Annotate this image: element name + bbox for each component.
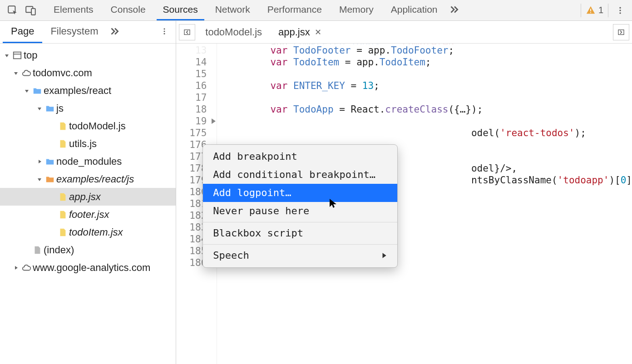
toolbar-right-group: 1 [581,4,628,17]
tree-row[interactable]: todoModel.js [0,117,176,135]
svg-point-7 [619,12,621,14]
menu-item-label: Add breakpoint [213,151,297,162]
tab-console[interactable]: Console [104,0,152,20]
line-number[interactable]: 16 [176,80,217,92]
line-number[interactable]: 15 [176,68,217,80]
close-tab-icon[interactable]: ✕ [315,27,321,37]
svg-point-10 [164,33,165,34]
warning-badge[interactable]: 1 [581,4,608,17]
tree-row[interactable]: examples/react/js [0,170,176,188]
tree-row[interactable]: top [0,46,176,64]
tree-row[interactable]: todoItem.jsx [0,223,176,241]
tree-label: examples/react [44,85,111,97]
code-line[interactable] [224,115,632,127]
context-menu-item[interactable]: Blackbox script [203,224,397,242]
tree-label: js [56,103,64,114]
code-line[interactable] [224,68,632,80]
tree-row[interactable]: app.jsx [0,188,176,206]
navigator-tabs: Page Filesystem [0,21,176,44]
svg-rect-4 [590,12,591,13]
file-tab-label: todoModel.js [205,26,262,38]
file-tab-app[interactable]: app.jsx ✕ [272,21,328,43]
context-menu-item[interactable]: Add conditional breakpoint… [203,166,397,184]
navigator-tab-page[interactable]: Page [3,21,42,43]
line-number[interactable]: 14 [176,56,217,68]
gutter-context-menu: Add breakpointAdd conditional breakpoint… [202,144,398,268]
navigator-more-tabs-icon[interactable] [109,25,120,39]
tab-network[interactable]: Network [209,0,257,20]
context-menu-item[interactable]: Speech [203,246,397,265]
submenu-arrow-icon [381,250,387,261]
hide-debugger-button[interactable] [613,24,629,40]
tree-row[interactable]: js [0,99,176,117]
tab-elements[interactable]: Elements [47,0,100,20]
svg-rect-3 [590,9,591,11]
line-number[interactable]: 19 [176,115,217,127]
context-menu-item[interactable]: Add breakpoint [203,148,397,166]
menu-item-label: Blackbox script [213,227,303,239]
code-line[interactable]: odel('react-todos'); [224,127,632,139]
file-tab-label: app.jsx [278,26,310,38]
code-line[interactable]: app.COMPLETED_TODOS = 'completed'; [224,44,632,44]
code-line[interactable]: var TodoItem = app.TodoItem; [224,56,632,68]
tree-row[interactable]: www.google-analytics.com [0,259,176,276]
line-number[interactable]: 17 [176,92,217,103]
navigator-kebab-icon[interactable] [160,25,173,39]
tree-label: (index) [44,244,74,256]
toggle-device-toolbar-icon[interactable] [22,0,40,21]
code-line[interactable]: var TodoApp = React.createClass({…}); [224,103,632,115]
more-tabs-icon[interactable] [448,4,460,17]
context-menu-item[interactable]: Never pause here [203,202,397,220]
select-element-icon[interactable] [4,0,22,21]
tree-label: todomvc.com [33,67,92,79]
navigator-tree: toptodomvc.comexamples/reactjstodoModel.… [0,44,176,279]
tab-sources[interactable]: Sources [157,0,204,20]
tree-label: www.google-analytics.com [33,262,150,274]
tree-label: utils.js [69,138,97,150]
doc-icon [31,245,44,255]
file-yellow-icon [56,192,69,202]
tab-memory[interactable]: Memory [333,0,380,20]
context-menu-item[interactable]: Add logpoint… [203,184,397,202]
tree-row[interactable]: footer.jsx [0,206,176,223]
cloud-icon [20,263,33,273]
svg-rect-11 [14,52,21,59]
tree-label: app.jsx [69,191,101,203]
line-number[interactable]: 13 [176,44,217,56]
menu-separator [203,222,397,222]
file-yellow-icon [56,121,69,131]
code-line[interactable]: var ENTER_KEY = 13; [224,80,632,92]
tab-performance[interactable]: Performance [261,0,328,20]
tree-row[interactable]: node_modules [0,152,176,170]
file-yellow-icon [56,139,69,149]
folder-blue-icon [31,86,44,96]
tree-label: footer.jsx [69,209,109,221]
file-tab-todomodel[interactable]: todoModel.js [199,21,268,43]
tree-label: top [24,49,38,61]
folder-blue-icon [44,157,56,167]
line-number[interactable]: 175 [176,127,217,139]
folder-orange-icon [44,174,56,184]
svg-rect-2 [31,8,35,15]
tab-application[interactable]: Application [385,0,444,20]
tree-label: examples/react/js [56,173,134,185]
tree-row[interactable]: utils.js [0,135,176,152]
source-editor[interactable]: 1314151617181917517617717817918018118218… [176,44,632,364]
menu-item-label: Add conditional breakpoint… [213,169,375,181]
menu-item-label: Never pause here [213,205,309,217]
tree-row[interactable]: examples/react [0,82,176,99]
navigator-tab-filesystem[interactable]: Filesystem [42,21,106,43]
file-yellow-icon [56,227,69,237]
file-yellow-icon [56,210,69,220]
frame-icon [11,50,24,60]
tree-row[interactable]: todomvc.com [0,64,176,82]
line-number[interactable]: 18 [176,103,217,115]
open-file-tabs: todoModel.js app.jsx ✕ [176,21,632,44]
kebab-menu-icon[interactable] [612,5,628,16]
code-line[interactable]: var TodoFooter = app.TodoFooter; [224,44,632,56]
svg-point-5 [619,7,621,8]
svg-rect-14 [618,30,624,34]
code-line[interactable] [224,92,632,103]
hide-navigator-button[interactable] [179,24,195,40]
tree-row[interactable]: (index) [0,241,176,259]
